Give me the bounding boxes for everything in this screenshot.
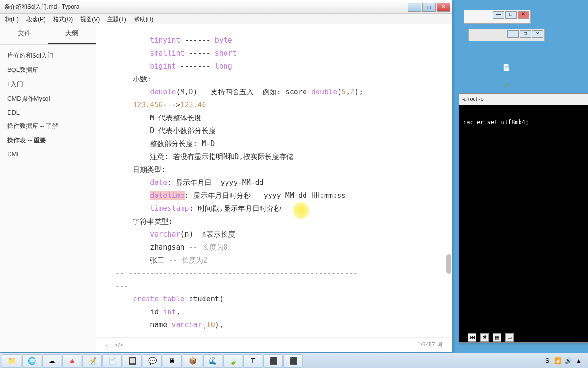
code-comment: -- 长度为2 — [169, 256, 207, 264]
task-cloud[interactable]: ☁ — [42, 354, 61, 368]
task-terminal1[interactable]: ⬛ — [263, 354, 283, 368]
code-text: ); — [354, 88, 363, 96]
code-token: long — [215, 62, 232, 70]
code-text: : 显示年月日 yyyy-MM-dd — [167, 178, 263, 187]
tab-outline[interactable]: 大纲 — [48, 24, 96, 44]
bg-minimize[interactable]: — — [493, 11, 504, 19]
task-chat[interactable]: 💬 — [143, 354, 162, 368]
menu-view[interactable]: 视图(V) — [77, 14, 103, 24]
main-area: 文件 大纲 库介绍和Sql入门 SQL数据库 L入门 CMD操作Mysql DD… — [0, 24, 452, 352]
tray-network[interactable]: 📶 — [554, 356, 562, 365]
ctrl-prev-icon[interactable]: ⏮ — [468, 333, 476, 342]
code-num: 123.456 — [133, 101, 163, 109]
task-chrome[interactable]: 🌐 — [22, 354, 41, 368]
task-edge[interactable]: 🌊 — [203, 354, 222, 368]
editor-content[interactable]: tinyint ------ byte smallint ----- short… — [96, 24, 452, 337]
taskbar: 📁 🌐 ☁ 🔺 📝 📄 🔲 💬 🖥 📦 🌊 🍃 T ⬛ ⬛ S 📶 🔊 ▲ — [0, 353, 588, 368]
menu-theme[interactable]: 主题(T) — [103, 14, 130, 24]
code-text: (n) n表示长度 — [180, 230, 235, 239]
code-divider: --- — [115, 280, 433, 293]
ctrl-grid-icon[interactable]: ▦ — [493, 333, 501, 342]
outline-item[interactable]: SQL数据库 — [0, 63, 96, 77]
code-text: 字符串类型: — [133, 217, 173, 226]
bg-close-2[interactable]: ✕ — [532, 30, 543, 38]
scrollbar-thumb[interactable] — [446, 254, 451, 274]
code-token: tinyint — [150, 36, 180, 45]
footer-code-toggle[interactable]: </> — [115, 342, 123, 348]
code-token-highlighted: datetime — [150, 191, 184, 200]
bg-maximize[interactable]: □ — [505, 11, 517, 19]
code-token: smallint — [150, 49, 184, 58]
code-text: ), — [215, 321, 224, 329]
bg-maximize-2[interactable]: □ — [520, 30, 531, 38]
tray-more[interactable]: ▲ — [575, 356, 583, 365]
outline-item[interactable]: DDL — [0, 106, 96, 119]
cmd-window: -u root -p racter set utf8mb4; — [459, 93, 588, 343]
titlebar: 条介绍和Sql入门.md - Typora — □ ✕ — [0, 0, 452, 14]
task-notes[interactable]: 📝 — [82, 354, 102, 368]
outline-item[interactable]: 库介绍和Sql入门 — [0, 48, 96, 63]
task-explorer[interactable]: 📁 — [2, 354, 21, 368]
word-count[interactable]: 1/9457 词 — [418, 341, 442, 349]
bg-close[interactable]: ✕ — [518, 11, 529, 19]
code-text: 整数部分长度: M-D — [150, 139, 215, 148]
menu-paragraph[interactable]: 段落(P) — [23, 14, 49, 24]
cmd-body[interactable]: racter set utf8mb4; — [459, 105, 588, 342]
close-button[interactable]: ✕ — [437, 3, 450, 12]
bg-window-controls: — □ ✕ — [464, 10, 531, 24]
code-text: (M,D) 支持四舍五入 例如: score — [176, 88, 311, 96]
code-text: id — [133, 308, 163, 316]
code-text: , — [346, 88, 350, 96]
code-text: 张三 — [150, 256, 169, 264]
tray-sound[interactable]: 🔊 — [564, 356, 573, 365]
menu-format[interactable]: 格式(O) — [49, 14, 77, 24]
outline-item[interactable]: CMD操作Mysql — [0, 92, 96, 106]
typora-window: 条介绍和Sql入门.md - Typora — □ ✕ 辑(E) 段落(P) 格… — [0, 0, 452, 352]
side-icon-2[interactable]: ⟳ — [501, 80, 511, 90]
code-token: double — [311, 88, 337, 96]
bg-window-controls-2: — □ ✕ — [468, 29, 545, 41]
task-doc[interactable]: 📄 — [102, 354, 122, 368]
menu-help[interactable]: 帮助(H) — [130, 14, 158, 24]
task-terminal2[interactable]: ⬛ — [283, 354, 303, 368]
menu-edit[interactable]: 辑(E) — [1, 14, 23, 24]
code-num: 2 — [350, 88, 354, 96]
code-num: 10 — [206, 321, 215, 329]
outline-item-active[interactable]: 操作表 -- 重要 — [0, 133, 96, 148]
outline-list: 库介绍和Sql入门 SQL数据库 L入门 CMD操作Mysql DDL 操作数据… — [0, 45, 96, 164]
task-display[interactable]: 🖥 — [163, 354, 182, 368]
task-typora[interactable]: T — [243, 354, 262, 368]
code-num: 123.46 — [180, 101, 206, 109]
code-divider: -- -------------------------------------… — [115, 267, 433, 280]
side-icon-1[interactable]: 📄 — [501, 62, 511, 73]
outline-item[interactable]: L入门 — [0, 77, 96, 92]
code-token: bigint — [150, 62, 176, 70]
ctrl-settings-icon[interactable]: ✱ — [480, 333, 489, 342]
code-text: zhangsan — [150, 243, 189, 252]
system-tray: S 📶 🔊 ▲ — [543, 356, 586, 365]
task-app3[interactable]: 🍃 — [223, 354, 242, 368]
code-token: varchar — [150, 230, 180, 239]
task-box[interactable]: 📦 — [183, 354, 202, 368]
menubar: 辑(E) 段落(P) 格式(O) 视图(V) 主题(T) 帮助(H) — [0, 14, 452, 24]
bottom-controls: ⏮ ✱ ▦ ▭ — [468, 333, 514, 342]
tab-files[interactable]: 文件 — [0, 24, 48, 44]
ctrl-layout-icon[interactable]: ▭ — [505, 333, 514, 342]
code-num: 5 — [341, 88, 346, 96]
task-app2[interactable]: 🔲 — [123, 354, 142, 368]
maximize-button[interactable]: □ — [422, 3, 436, 12]
code-text: D 代表小数部分长度 — [150, 126, 216, 135]
code-comment: -- 长度为8 — [189, 243, 228, 252]
code-text: ( — [202, 321, 206, 329]
footer-back[interactable]: ‹ — [106, 342, 108, 348]
outline-item[interactable]: 操作数据库 -- 了解 — [0, 119, 96, 133]
outline-item[interactable]: DML — [0, 148, 96, 161]
minimize-button[interactable]: — — [408, 3, 421, 12]
bg-minimize-2[interactable]: — — [507, 30, 519, 38]
tray-ime[interactable]: S — [543, 356, 552, 365]
editor[interactable]: tinyint ------ byte smallint ----- short… — [96, 24, 452, 352]
code-text: : 时间戳,显示年月日时分秒 — [189, 204, 281, 213]
task-app1[interactable]: 🔺 — [62, 354, 81, 368]
code-text: ( — [337, 88, 341, 96]
sidebar: 文件 大纲 库介绍和Sql入门 SQL数据库 L入门 CMD操作Mysql DD… — [0, 24, 96, 352]
